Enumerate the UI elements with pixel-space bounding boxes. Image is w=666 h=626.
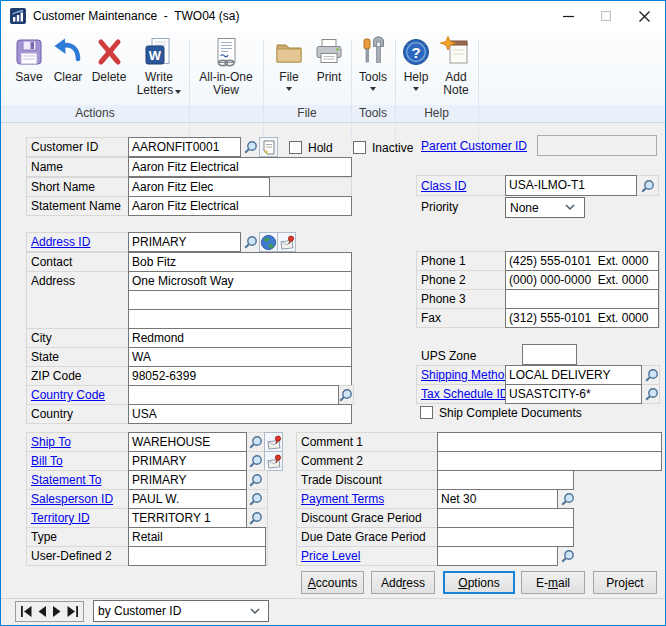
state-field[interactable]: WA (128, 347, 352, 367)
ship-complete-documents-checkbox[interactable] (420, 406, 433, 419)
zip-code-field[interactable]: 98052-6399 (128, 366, 352, 386)
email-button[interactable]: E-mail (521, 571, 585, 594)
comment2-field[interactable] (437, 451, 662, 471)
lookup-icon[interactable] (559, 490, 576, 508)
save-button[interactable]: Save (9, 36, 49, 116)
hold-checkbox[interactable] (289, 141, 302, 154)
parent-customer-id-link[interactable]: Parent Customer ID (421, 140, 527, 153)
app-icon (10, 8, 26, 24)
fax-field[interactable]: (312) 555-0101 Ext. 0000 (505, 308, 659, 328)
address-line3-field[interactable] (128, 309, 352, 329)
letter-pin-icon[interactable] (264, 432, 283, 452)
all-in-one-view-button[interactable]: All-in-One View (193, 36, 259, 116)
tools-icon (357, 36, 389, 68)
statement-to-link[interactable]: Statement To (31, 474, 102, 487)
minimize-button[interactable] (549, 1, 587, 31)
user-defined-2-field[interactable] (128, 546, 266, 566)
project-button[interactable]: Project (593, 571, 657, 594)
customer-id-field[interactable]: AARONFIT0001 (128, 137, 241, 157)
shipping-method-field[interactable]: LOCAL DELIVERY (505, 365, 642, 385)
floppy-disk-icon (13, 36, 45, 68)
country-field[interactable]: USA (128, 404, 352, 424)
lookup-icon[interactable] (242, 233, 259, 251)
country-code-link[interactable]: Country Code (31, 389, 105, 402)
lookup-icon[interactable] (639, 177, 656, 195)
lookup-icon[interactable] (559, 547, 576, 565)
first-record-button[interactable] (21, 606, 32, 617)
name-field[interactable]: Aaron Fitz Electrical (128, 157, 352, 177)
letter-pin-icon[interactable] (264, 451, 283, 471)
group-caption-actions: Actions (1, 106, 189, 121)
lookup-icon[interactable] (643, 385, 660, 403)
country-code-field[interactable] (128, 385, 339, 405)
help-button[interactable]: ? Help (397, 36, 435, 116)
lookup-icon[interactable] (247, 471, 264, 489)
territory-id-link[interactable]: Territory ID (31, 512, 90, 525)
close-button[interactable] (625, 1, 663, 31)
shipping-method-link[interactable]: Shipping Method (421, 369, 511, 382)
ship-to-field[interactable]: WAREHOUSE (128, 432, 247, 452)
comment1-field[interactable] (437, 432, 662, 452)
territory-id-field[interactable]: TERRITORY 1 (128, 508, 247, 528)
class-id-link[interactable]: Class ID (421, 180, 466, 193)
class-id-field[interactable]: USA-ILMO-T1 (505, 175, 637, 196)
statement-name-field[interactable]: Aaron Fitz Electrical (128, 196, 352, 216)
next-record-button[interactable] (52, 606, 62, 617)
tools-button[interactable]: Tools (351, 36, 395, 116)
lookup-icon[interactable] (247, 509, 264, 527)
address-id-link[interactable]: Address ID (31, 236, 90, 249)
contact-field[interactable]: Bob Fitz (128, 252, 352, 272)
due-date-grace-period-field[interactable] (437, 527, 574, 547)
address-button[interactable]: Address (371, 571, 435, 594)
lookup-icon[interactable] (643, 366, 660, 384)
price-level-field[interactable] (437, 546, 558, 566)
salesperson-id-field[interactable]: PAUL W. (128, 489, 247, 509)
bill-to-link[interactable]: Bill To (31, 455, 63, 468)
statement-to-field[interactable]: PRIMARY (128, 470, 247, 490)
address-line2-field[interactable] (128, 290, 352, 310)
lookup-icon[interactable] (247, 490, 264, 508)
payment-terms-link[interactable]: Payment Terms (301, 493, 384, 506)
last-record-button[interactable] (67, 606, 78, 617)
discount-grace-period-field[interactable] (437, 508, 574, 528)
file-button[interactable]: File (269, 36, 309, 116)
phone3-field[interactable] (505, 289, 659, 309)
printer-icon (313, 36, 345, 68)
tax-schedule-id-link[interactable]: Tax Schedule ID (421, 388, 508, 401)
lookup-icon[interactable] (247, 433, 264, 451)
ups-zone-field[interactable] (522, 344, 577, 365)
note-icon[interactable] (259, 137, 278, 157)
group-separator (189, 39, 190, 143)
city-field[interactable]: Redmond (128, 328, 352, 348)
lookup-icon[interactable] (247, 452, 264, 470)
lookup-icon[interactable] (242, 138, 259, 156)
print-button[interactable]: Print (309, 36, 349, 116)
options-button[interactable]: Options (443, 571, 515, 594)
customer-maintenance-window: Customer Maintenance - TWO04 (sa) Save C… (0, 0, 666, 626)
add-note-button[interactable]: Add Note (435, 36, 477, 116)
phone1-field[interactable]: (425) 555-0101 Ext. 0000 (505, 251, 659, 271)
letter-pin-icon[interactable] (277, 232, 296, 252)
clear-button[interactable]: Clear (49, 36, 87, 116)
payment-terms-field[interactable]: Net 30 (437, 489, 558, 509)
address-line1-field[interactable]: One Microsoft Way (128, 271, 352, 291)
delete-button[interactable]: Delete (89, 36, 129, 116)
inactive-checkbox[interactable] (353, 141, 366, 154)
short-name-field[interactable]: Aaron Fitz Elec (128, 177, 270, 197)
globe-icon[interactable] (259, 232, 278, 252)
bill-to-field[interactable]: PRIMARY (128, 451, 247, 471)
address-id-field[interactable]: PRIMARY (128, 232, 241, 252)
previous-record-button[interactable] (37, 606, 47, 617)
priority-dropdown[interactable]: None (505, 197, 585, 218)
lookup-icon[interactable] (337, 386, 354, 404)
salesperson-id-link[interactable]: Salesperson ID (31, 493, 113, 506)
write-letters-button[interactable]: W Write Letters (131, 36, 187, 116)
phone2-field[interactable]: (000) 000-0000 Ext. 0000 (505, 270, 659, 290)
trade-discount-field[interactable] (437, 470, 574, 490)
accounts-button[interactable]: Accounts (301, 571, 364, 594)
sort-by-dropdown[interactable]: by Customer ID (93, 600, 269, 622)
ship-to-link[interactable]: Ship To (31, 436, 71, 449)
price-level-link[interactable]: Price Level (301, 550, 360, 563)
type-field[interactable]: Retail (128, 527, 266, 547)
tax-schedule-id-field[interactable]: USASTCITY-6* (505, 384, 642, 404)
